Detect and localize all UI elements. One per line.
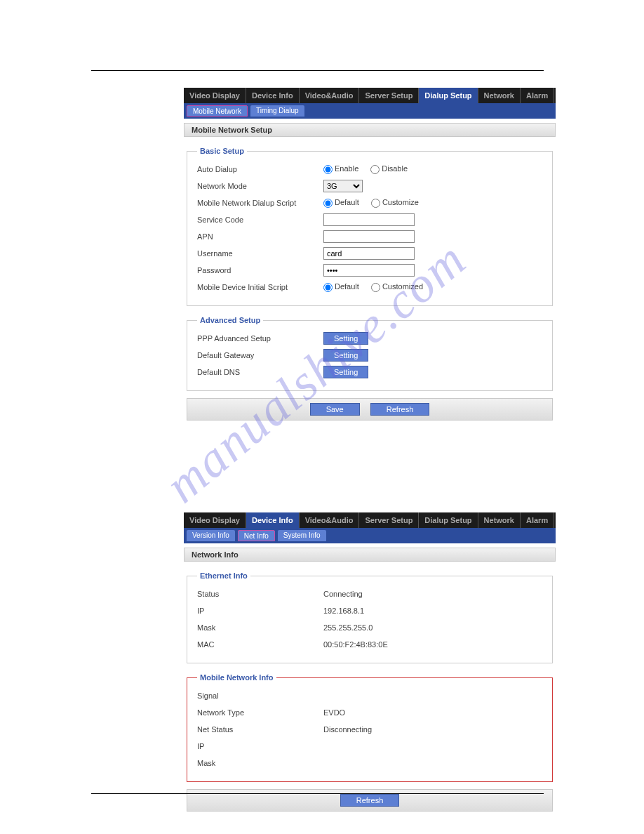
service-code-label: Service Code bbox=[197, 216, 323, 224]
auto-dialup-enable-radio[interactable] bbox=[323, 165, 333, 174]
auto-dialup-enable-text: Enable bbox=[335, 164, 358, 173]
network-mode-label: Network Mode bbox=[197, 182, 323, 190]
tab2-truncated[interactable]: D bbox=[554, 512, 556, 528]
tab2-server-setup[interactable]: Server Setup bbox=[359, 512, 419, 528]
ppp-setting-button[interactable]: Setting bbox=[323, 332, 368, 345]
initial-script-customized-option[interactable]: Customized bbox=[371, 282, 423, 291]
eth-mask-value: 255.255.255.0 bbox=[323, 623, 542, 632]
dialup-setup-screenshot: Video Display Device Info Video&Audio Se… bbox=[184, 88, 556, 421]
password-label: Password bbox=[197, 266, 323, 274]
page-bottom-rule bbox=[91, 793, 544, 794]
refresh-button[interactable]: Refresh bbox=[370, 403, 430, 416]
dialup-script-customize-text: Customize bbox=[382, 198, 419, 206]
username-label: Username bbox=[197, 249, 323, 258]
tab-network[interactable]: Network bbox=[478, 88, 521, 103]
basic-setup-legend: Basic Setup bbox=[197, 147, 247, 155]
tab2-device-info[interactable]: Device Info bbox=[246, 512, 300, 528]
default-gateway-label: Default Gateway bbox=[197, 351, 323, 359]
eth-ip-label: IP bbox=[197, 607, 323, 615]
dialup-script-customize-option[interactable]: Customize bbox=[371, 198, 419, 206]
subtab-version-info[interactable]: Version Info bbox=[187, 530, 235, 541]
tab-dialup-setup[interactable]: Dialup Setup bbox=[419, 88, 478, 103]
tab-video-display[interactable]: Video Display bbox=[184, 88, 246, 103]
auto-dialup-disable-text: Disable bbox=[382, 164, 408, 173]
dns-setting-button[interactable]: Setting bbox=[323, 366, 368, 378]
subtab-net-info[interactable]: Net Info bbox=[238, 530, 275, 541]
tab2-alarm[interactable]: Alarm bbox=[521, 512, 554, 528]
dialup-script-default-option[interactable]: Default bbox=[323, 198, 359, 206]
tab2-dialup-setup[interactable]: Dialup Setup bbox=[419, 512, 478, 528]
apn-label: APN bbox=[197, 232, 323, 241]
page-top-rule bbox=[91, 70, 544, 71]
initial-script-customized-text: Customized bbox=[382, 282, 423, 291]
default-dns-label: Default DNS bbox=[197, 368, 323, 376]
subtab-system-info[interactable]: System Info bbox=[278, 530, 326, 541]
dialup-script-label: Mobile Network Dialup Script bbox=[197, 199, 323, 207]
sub-tabs-1: Mobile Network Timing Dialup bbox=[184, 103, 556, 119]
mob-mask-label: Mask bbox=[197, 759, 323, 767]
eth-ip-value: 192.168.8.1 bbox=[323, 607, 542, 615]
gateway-setting-button[interactable]: Setting bbox=[323, 349, 368, 362]
tab-truncated[interactable]: D bbox=[554, 88, 556, 103]
mobile-network-info-fieldset: Mobile Network Info Signal Network TypeE… bbox=[187, 673, 553, 782]
username-input[interactable] bbox=[323, 247, 415, 260]
initial-script-default-radio[interactable] bbox=[323, 283, 333, 292]
main-tabs-1: Video Display Device Info Video&Audio Se… bbox=[184, 88, 556, 103]
device-info-screenshot: Video Display Device Info Video&Audio Se… bbox=[184, 512, 556, 812]
service-code-input[interactable] bbox=[323, 213, 415, 226]
eth-mac-label: MAC bbox=[197, 640, 323, 649]
dialup-script-customize-radio[interactable] bbox=[371, 199, 380, 208]
network-mode-select[interactable]: 3G bbox=[323, 180, 363, 192]
section-title-network-info: Network Info bbox=[184, 548, 556, 562]
auto-dialup-enable-option[interactable]: Enable bbox=[323, 164, 358, 173]
auto-dialup-disable-radio[interactable] bbox=[370, 165, 380, 174]
mob-nettype-label: Network Type bbox=[197, 708, 323, 717]
eth-status-label: Status bbox=[197, 590, 323, 598]
mob-netstatus-value: Disconnecting bbox=[323, 725, 542, 734]
save-button[interactable]: Save bbox=[310, 403, 360, 416]
tab-server-setup[interactable]: Server Setup bbox=[359, 88, 419, 103]
dialup-script-default-radio[interactable] bbox=[323, 199, 333, 208]
eth-mask-label: Mask bbox=[197, 623, 323, 632]
mobile-network-info-legend: Mobile Network Info bbox=[197, 673, 276, 682]
mob-ip-label: IP bbox=[197, 742, 323, 750]
ethernet-info-fieldset: Ethernet Info StatusConnecting IP192.168… bbox=[187, 571, 553, 663]
button-bar-1: Save Refresh bbox=[187, 398, 553, 421]
auto-dialup-label: Auto Dialup bbox=[197, 165, 323, 173]
tab-video-audio[interactable]: Video&Audio bbox=[300, 88, 360, 103]
tab2-video-display[interactable]: Video Display bbox=[184, 512, 246, 528]
tab-device-info[interactable]: Device Info bbox=[246, 88, 300, 103]
mob-signal-label: Signal bbox=[197, 691, 323, 700]
ppp-advanced-label: PPP Advanced Setup bbox=[197, 334, 323, 343]
tab2-network[interactable]: Network bbox=[478, 512, 521, 528]
password-input[interactable] bbox=[323, 264, 415, 277]
dialup-script-default-text: Default bbox=[335, 198, 359, 206]
button-bar-2: Refresh bbox=[187, 789, 553, 812]
sub-tabs-2: Version Info Net Info System Info bbox=[184, 528, 556, 543]
apn-input[interactable] bbox=[323, 230, 415, 243]
subtab-mobile-network[interactable]: Mobile Network bbox=[187, 105, 248, 117]
main-tabs-2: Video Display Device Info Video&Audio Se… bbox=[184, 512, 556, 528]
initial-script-customized-radio[interactable] bbox=[371, 283, 380, 292]
tab-alarm[interactable]: Alarm bbox=[521, 88, 554, 103]
advanced-setup-fieldset: Advanced Setup PPP Advanced Setup Settin… bbox=[187, 316, 553, 391]
auto-dialup-disable-option[interactable]: Disable bbox=[370, 164, 408, 173]
basic-setup-fieldset: Basic Setup Auto Dialup Enable Disable N… bbox=[187, 147, 553, 306]
initial-script-label: Mobile Device Initial Script bbox=[197, 283, 323, 291]
initial-script-default-text: Default bbox=[335, 282, 359, 291]
subtab-timing-dialup[interactable]: Timing Dialup bbox=[250, 105, 304, 117]
section-title-mobile-network-setup: Mobile Network Setup bbox=[184, 123, 556, 137]
tab2-video-audio[interactable]: Video&Audio bbox=[300, 512, 360, 528]
eth-mac-value: 00:50:F2:4B:83:0E bbox=[323, 640, 542, 649]
initial-script-default-option[interactable]: Default bbox=[323, 282, 359, 291]
mob-nettype-value: EVDO bbox=[323, 708, 542, 717]
eth-status-value: Connecting bbox=[323, 590, 542, 598]
refresh-button-2[interactable]: Refresh bbox=[340, 794, 400, 807]
ethernet-info-legend: Ethernet Info bbox=[197, 571, 250, 580]
advanced-setup-legend: Advanced Setup bbox=[197, 316, 263, 324]
mob-netstatus-label: Net Status bbox=[197, 725, 323, 734]
